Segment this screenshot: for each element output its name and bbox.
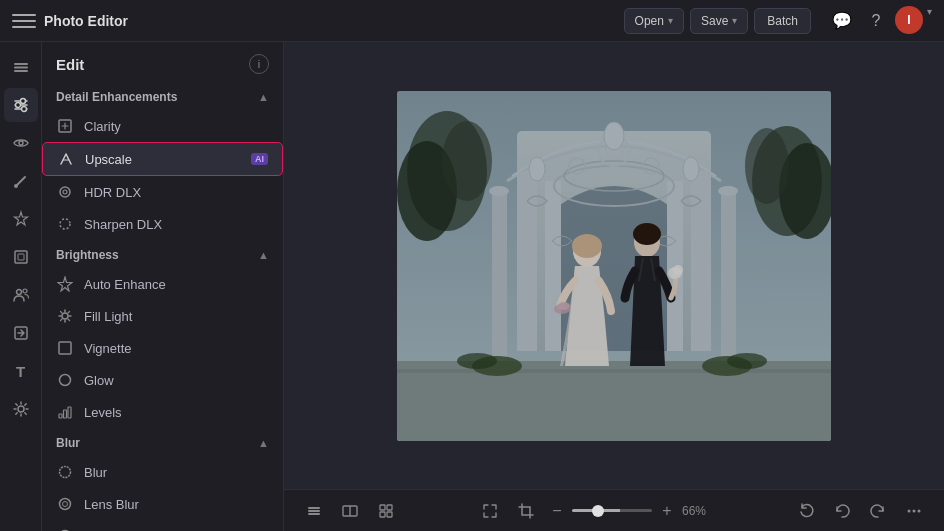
undo-button[interactable] [828,497,856,525]
menu-item-glow[interactable]: Glow [42,364,283,396]
section-label-detail: Detail Enhancements [56,90,177,104]
svg-rect-36 [68,407,71,418]
menu-item-blur[interactable]: Blur [42,456,283,488]
blur-label: Blur [84,465,269,480]
svg-point-97 [918,509,921,512]
rail-icon-text[interactable]: T [4,354,38,388]
glow-icon [56,371,74,389]
zoom-out-button[interactable]: − [548,502,566,520]
panel-scroll: Detail Enhancements ▲ Clarity [42,82,283,531]
svg-marker-22 [58,277,72,291]
menu-item-vignette[interactable]: Vignette [42,332,283,364]
ai-badge-upscale: AI [251,153,268,165]
svg-rect-88 [308,513,320,515]
rail-icon-frames[interactable] [4,240,38,274]
rail-icon-settings[interactable] [4,392,38,426]
svg-line-28 [61,312,62,313]
bottom-center-zoom: − + 66% [476,497,716,525]
svg-point-96 [913,509,916,512]
svg-line-30 [68,312,69,313]
menu-item-sharpen-dlx[interactable]: Sharpen DLX [42,208,283,240]
svg-rect-93 [380,512,385,517]
rotate-icon[interactable] [792,497,820,525]
menu-item-auto-enhance[interactable]: Auto Enhance [42,268,283,300]
svg-point-39 [63,502,68,507]
batch-button[interactable]: Batch [754,8,811,34]
menu-item-hdr-dlx[interactable]: HDR DLX [42,176,283,208]
section-header-detail[interactable]: Detail Enhancements ▲ [42,82,283,110]
fit-screen-icon[interactable] [476,497,504,525]
svg-point-33 [60,375,71,386]
hamburger-menu[interactable] [12,9,36,33]
svg-rect-32 [59,342,71,354]
svg-marker-11 [14,212,27,225]
menu-item-clarity[interactable]: Clarity [42,110,283,142]
help-button[interactable]: ? [861,6,891,36]
canvas-area: − + 66% [284,42,944,531]
topbar-icons: 💬 ? I ▾ [827,6,932,36]
svg-rect-91 [380,505,385,510]
zoom-in-button[interactable]: + [658,502,676,520]
grid-icon[interactable] [372,497,400,525]
fill-light-label: Fill Light [84,309,269,324]
canvas-content[interactable] [284,42,944,489]
svg-rect-12 [15,251,27,263]
rail-icon-export[interactable] [4,316,38,350]
glow-label: Glow [84,373,269,388]
section-chevron-blur: ▲ [258,437,269,449]
rail-icon-brush[interactable] [4,164,38,198]
funky-focus-icon [56,527,74,531]
section-chevron-brightness: ▲ [258,249,269,261]
svg-rect-0 [14,63,28,65]
menu-item-lens-blur[interactable]: Lens Blur [42,488,283,520]
menu-item-funky-focus[interactable]: Funky Focus [42,520,283,531]
svg-point-21 [60,219,70,229]
lens-blur-label: Lens Blur [84,497,269,512]
clarity-label: Clarity [84,119,269,134]
bottom-right-actions [792,497,928,525]
redo-button[interactable] [864,497,892,525]
svg-rect-87 [308,510,320,512]
section-header-blur[interactable]: Blur ▲ [42,428,283,456]
lens-blur-icon [56,495,74,513]
vignette-label: Vignette [84,341,269,356]
svg-point-15 [23,289,27,293]
avatar[interactable]: I [895,6,923,34]
menu-item-levels[interactable]: Levels [42,396,283,428]
open-chevron: ▾ [668,15,673,26]
rail-icon-layers[interactable] [4,50,38,84]
svg-point-17 [18,406,24,412]
menu-item-upscale[interactable]: Upscale AI [42,142,283,176]
section-header-brightness[interactable]: Brightness ▲ [42,240,283,268]
rail-icon-eye[interactable] [4,126,38,160]
info-button[interactable]: i [249,54,269,74]
rail-icon-adjustments[interactable] [4,88,38,122]
bottom-left-tools [300,497,400,525]
crop-icon[interactable] [512,497,540,525]
app-title: Photo Editor [44,13,128,29]
rail-icon-people[interactable] [4,278,38,312]
clarity-icon [56,117,74,135]
section-chevron-detail: ▲ [258,91,269,103]
menu-item-fill-light[interactable]: Fill Light [42,300,283,332]
svg-point-23 [62,313,68,319]
more-options-button[interactable] [900,497,928,525]
save-button[interactable]: Save ▾ [690,8,748,34]
fill-light-icon [56,307,74,325]
svg-point-95 [908,509,911,512]
upscale-label: Upscale [85,152,241,167]
rail-icon-effects[interactable] [4,202,38,236]
svg-rect-85 [397,91,831,441]
blur-icon [56,463,74,481]
svg-rect-1 [14,67,28,69]
section-label-brightness: Brightness [56,248,119,262]
layers-icon[interactable] [300,497,328,525]
open-button[interactable]: Open ▾ [624,8,684,34]
svg-point-8 [21,107,26,112]
avatar-chevron[interactable]: ▾ [927,6,932,36]
comment-button[interactable]: 💬 [827,6,857,36]
vignette-icon [56,339,74,357]
zoom-slider[interactable] [572,509,652,512]
svg-point-38 [60,499,71,510]
compare-icon[interactable] [336,497,364,525]
